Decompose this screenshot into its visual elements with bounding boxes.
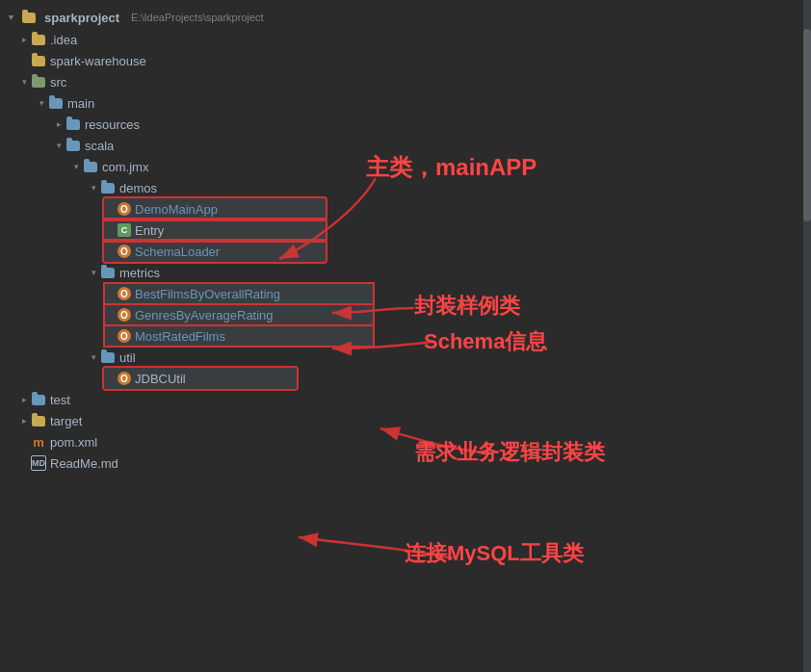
readme-label: ReadMe.md [50, 456, 118, 471]
entry-icon: C [118, 223, 131, 237]
scala-label: scala [85, 139, 114, 153]
metrics-label: metrics [119, 266, 160, 280]
src-arrow[interactable] [17, 75, 31, 89]
project-tree[interactable]: sparkproject E:\IdeaProjects\sparkprojec… [0, 0, 811, 672]
jdbcutil-icon: O [118, 372, 131, 385]
pomxml-icon: m [31, 434, 46, 450]
main-label: main [67, 96, 94, 111]
tree-item-genresbyavg[interactable]: O GenresByAverageRating [104, 304, 374, 325]
scrollbar[interactable] [803, 0, 811, 672]
metrics-folder-icon [100, 265, 116, 280]
tree-item-jdbcutil[interactable]: O JDBCUtil [104, 368, 297, 389]
target-label: target [50, 414, 82, 428]
tree-item-schemaloader[interactable]: O SchemaLoader [104, 241, 326, 262]
genresbyavg-label: GenresByAverageRating [135, 308, 274, 323]
util-label: util [119, 350, 136, 365]
schemaloader-label: SchemaLoader [135, 245, 220, 259]
demos-folder-icon [100, 180, 116, 195]
tree-item-pomxml[interactable]: m pom.xml [0, 431, 811, 452]
util-folder-icon [100, 349, 116, 365]
tree-item-entry[interactable]: C Entry [104, 220, 326, 241]
demomainapp-label: DemoMainApp [135, 202, 218, 217]
tree-item-demomainapp[interactable]: O DemoMainApp [104, 198, 326, 220]
test-label: test [50, 393, 70, 407]
resources-label: resources [85, 117, 140, 132]
schemaloader-icon: O [118, 245, 131, 258]
demos-label: demos [119, 181, 157, 195]
tree-item-main[interactable]: main [0, 92, 811, 114]
tree-item-resources[interactable]: resources [0, 114, 811, 135]
bestfilms-icon: O [118, 287, 131, 300]
util-arrow[interactable] [87, 350, 100, 364]
target-arrow[interactable] [17, 414, 31, 427]
test-folder-icon [31, 392, 46, 407]
jdbcutil-label: JDBCUtil [135, 372, 186, 386]
pomxml-label: pom.xml [50, 435, 97, 450]
project-name: sparkproject [44, 11, 119, 25]
project-folder-icon [21, 10, 37, 25]
idea-arrow[interactable] [17, 33, 31, 46]
comjmx-arrow[interactable] [69, 160, 83, 173]
tree-item-comjmx[interactable]: com.jmx [0, 156, 811, 177]
tree-item-readme[interactable]: MD ReadMe.md [0, 452, 811, 474]
genresbyavg-icon: O [118, 308, 131, 322]
resources-arrow[interactable] [52, 117, 65, 131]
src-label: src [50, 75, 66, 90]
tree-item-util[interactable]: util [0, 347, 811, 368]
scala-folder-icon [65, 138, 81, 153]
metrics-arrow[interactable] [87, 266, 100, 279]
test-arrow[interactable] [17, 393, 31, 406]
bestfilms-label: BestFilmsByOverallRating [135, 287, 280, 301]
main-arrow[interactable] [35, 96, 48, 110]
tree-item-src[interactable]: src [0, 71, 811, 92]
tree-item-metrics[interactable]: metrics [0, 262, 811, 283]
tree-item-demos[interactable]: demos [0, 177, 811, 198]
mostratedfilms-icon: O [118, 329, 131, 343]
src-folder-icon [31, 74, 46, 90]
tree-item-bestfilms[interactable]: O BestFilmsByOverallRating [104, 283, 374, 304]
spark-warehouse-label: spark-warehouse [50, 54, 146, 68]
project-path: E:\IdeaProjects\sparkproject [131, 12, 264, 23]
project-arrow[interactable] [4, 11, 17, 24]
idea-label: .idea [50, 33, 77, 47]
tree-item-mostratedfilms[interactable]: O MostRatedFilms [104, 325, 374, 347]
scrollbar-thumb[interactable] [803, 29, 811, 221]
idea-folder-icon [31, 32, 46, 47]
demos-arrow[interactable] [87, 181, 100, 194]
tree-item-target[interactable]: target [0, 410, 811, 431]
tree-item-scala[interactable]: scala [0, 135, 811, 156]
tree-item-idea[interactable]: .idea [0, 29, 811, 50]
main-folder-icon [48, 95, 64, 111]
spark-warehouse-folder-icon [31, 53, 46, 68]
target-folder-icon [31, 413, 46, 428]
resources-folder-icon [65, 116, 81, 132]
comjmx-label: com.jmx [102, 160, 148, 174]
scala-arrow[interactable] [52, 139, 65, 152]
tree-item-spark-warehouse[interactable]: spark-warehouse [0, 50, 811, 71]
mostratedfilms-label: MostRatedFilms [135, 329, 225, 344]
readme-icon: MD [31, 455, 46, 471]
comjmx-folder-icon [83, 159, 98, 174]
demomainapp-icon: O [118, 202, 131, 216]
project-title-row: sparkproject E:\IdeaProjects\sparkprojec… [0, 6, 811, 29]
tree-item-test[interactable]: test [0, 389, 811, 410]
entry-label: Entry [135, 223, 164, 238]
